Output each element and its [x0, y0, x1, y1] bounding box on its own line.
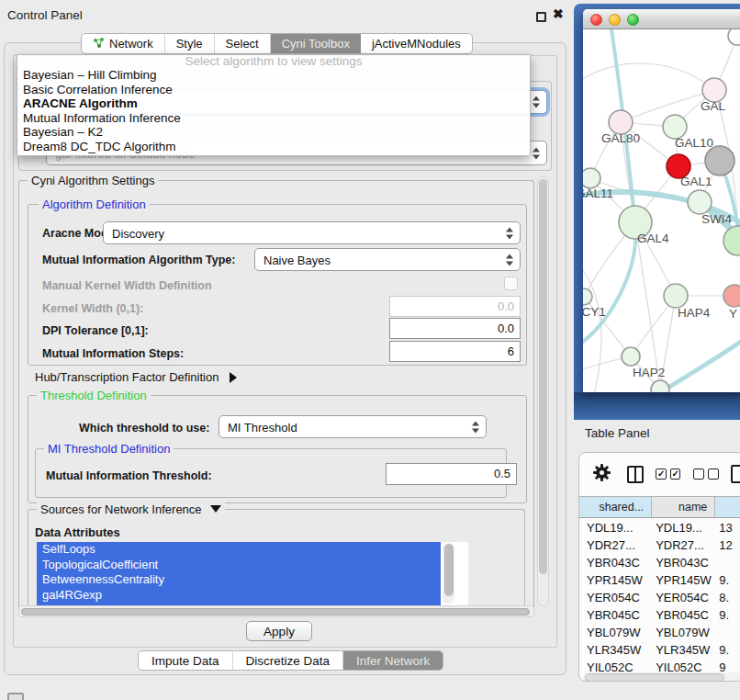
table-cell: YPR145W — [579, 571, 652, 589]
settings-vertical-scrollbar[interactable] — [537, 176, 549, 606]
table-cell — [715, 624, 740, 641]
mi-steps-field[interactable]: 6 — [389, 341, 521, 362]
settings-horizontal-scrollbar[interactable] — [18, 605, 534, 617]
unchecked-checkbox-icon[interactable] — [708, 469, 719, 480]
table-panel: ✓ ✓ shared...name YDL19...YDL19...13YDR2… — [578, 452, 740, 682]
mi-threshold-field[interactable]: 0.5 — [386, 463, 517, 485]
minimize-traffic-light-icon[interactable] — [609, 14, 621, 26]
which-threshold-combobox[interactable]: MI Threshold — [219, 415, 487, 438]
split-columns-icon[interactable] — [627, 466, 644, 483]
table-cell: 9. — [715, 606, 740, 624]
network-node-hap2[interactable] — [622, 347, 640, 366]
attribute-list-item[interactable]: SelfLoops — [37, 542, 441, 558]
network-node[interactable] — [651, 380, 669, 392]
network-edge[interactable] — [635, 222, 660, 390]
app-root: Control Panel ✖ Inference Algorithm gal-… — [0, 0, 740, 700]
aracne-mode-combobox[interactable]: Discovery — [103, 221, 521, 244]
bottom-tab-bar: Impute DataDiscretize DataInfer Network — [138, 650, 443, 671]
close-icon[interactable]: ✖ — [553, 6, 564, 21]
network-node-gal11[interactable] — [583, 168, 600, 188]
network-edge[interactable] — [583, 63, 714, 90]
tab-label: Select — [226, 37, 259, 51]
dropdown-placeholder: Select algorithm to view settings — [17, 55, 530, 68]
aracne-mode-value: Discovery — [112, 226, 164, 240]
table-cell: YIL052C — [652, 659, 715, 672]
close-traffic-light-icon[interactable] — [590, 14, 602, 26]
column-header-shared...[interactable]: shared... — [579, 497, 652, 517]
network-node-gcy1[interactable] — [583, 288, 592, 305]
tab-jactivemnodules[interactable]: jActiveMNodules — [361, 34, 472, 53]
data-attributes-list: SelfLoopsTopologicalCoefficientBetweenne… — [37, 542, 468, 605]
attribute-list-item[interactable]: BetweennessCentrality — [37, 572, 441, 588]
algorithm-dropdown-popup: Select algorithm to view settings Bayesi… — [17, 54, 531, 156]
table-toolbar: ✓ ✓ — [579, 453, 740, 495]
sources-legend[interactable]: Sources for Network Inference — [37, 502, 225, 516]
network-node[interactable] — [723, 226, 740, 255]
table-cell: YBR045C — [652, 606, 715, 624]
network-node-label: SWI4 — [701, 212, 732, 226]
tab-select[interactable]: Select — [215, 34, 271, 53]
algorithm-option[interactable]: Dream8 DC_TDC Algorithm — [17, 140, 530, 154]
network-node-label: GAL80 — [601, 131, 640, 145]
table-row[interactable]: YDR27...YDR27...12 — [579, 536, 740, 554]
algorithm-option[interactable]: Mutual Information Inference — [17, 111, 530, 126]
mi-type-label: Mutual Information Algorithm Type: — [42, 254, 235, 266]
kernel-width-label: Kernel Width (0,1): — [42, 302, 143, 315]
kernel-width-field[interactable]: 0.0 — [389, 296, 521, 317]
network-node[interactable] — [728, 29, 740, 45]
tab-label: Network — [109, 37, 153, 51]
mi-type-combobox[interactable]: Naive Bayes — [254, 248, 521, 271]
network-node-hap4[interactable] — [664, 284, 688, 308]
network-node-label: GAL — [701, 99, 726, 113]
dpi-tolerance-field[interactable]: 0.0 — [389, 318, 521, 339]
table-row[interactable]: YER054CYER054C8. — [579, 589, 740, 606]
minimized-panel-icon[interactable] — [7, 693, 24, 700]
unchecked-checkbox-icon[interactable] — [693, 469, 704, 480]
network-icon — [93, 37, 105, 51]
table-horizontal-scrollbar[interactable] — [583, 672, 740, 682]
table-row[interactable]: YBR045CYBR045C9. — [579, 606, 740, 624]
tab-infer-network[interactable]: Infer Network — [343, 651, 443, 670]
gear-icon[interactable] — [592, 463, 611, 486]
which-threshold-label: Which threshold to use: — [79, 422, 209, 435]
table-row[interactable]: YLR345WYLR345W9. — [579, 641, 740, 659]
mi-threshold-legend: MI Threshold Definition — [44, 442, 174, 456]
hub-definition-toggle[interactable]: Hub/Transcription Factor Definition — [35, 370, 237, 384]
network-node-label: HAP4 — [678, 306, 711, 320]
table-header-row: shared...name — [579, 496, 740, 518]
network-node[interactable] — [705, 146, 734, 175]
table-row[interactable]: YPR145WYPR145W9. — [579, 571, 740, 589]
attribute-list-item[interactable]: TopologicalCoefficient — [37, 558, 441, 573]
table-row[interactable]: YBL079WYBL079W — [579, 624, 740, 641]
manual-kernel-label: Manual Kernel Width Definition — [42, 279, 212, 292]
network-canvas[interactable]: GALGAL80GAL10GAL1GAL11SWI4GAL4GCY1HAP4YH… — [583, 29, 740, 392]
network-window-titlebar[interactable] — [583, 9, 740, 29]
manual-kernel-checkbox[interactable] — [504, 277, 518, 290]
apply-button[interactable]: Apply — [246, 621, 312, 641]
float-window-icon[interactable] — [536, 12, 546, 22]
column-header-name[interactable]: name — [652, 497, 715, 517]
list-scrollbar[interactable] — [443, 543, 454, 604]
table-row[interactable]: YIL052CYIL052C9 — [579, 659, 740, 672]
tab-style[interactable]: Style — [165, 34, 215, 53]
checked-checkbox-icon[interactable]: ✓ — [656, 469, 667, 480]
checked-checkbox-icon[interactable]: ✓ — [670, 469, 681, 480]
table-row[interactable]: YDL19...YDL19...13 — [579, 519, 740, 536]
tab-cyni-toolbox[interactable]: Cyni Toolbox — [271, 34, 361, 53]
network-node-y[interactable] — [723, 285, 740, 307]
tab-discretize-data[interactable]: Discretize Data — [233, 651, 344, 670]
attribute-list-item[interactable]: gal4RGexp — [37, 588, 441, 604]
algorithm-option[interactable]: ARACNE Algorithm — [17, 96, 530, 111]
algorithm-option[interactable]: Bayesian – Hill Climbing — [17, 68, 530, 83]
algorithm-option[interactable]: Basic Correlation Inference — [17, 83, 530, 97]
algorithm-option[interactable]: Bayesian – K2 — [17, 125, 530, 140]
table-row[interactable]: YBR043CYBR043C — [579, 554, 740, 571]
column-header-hidden[interactable] — [715, 497, 740, 517]
zoom-traffic-light-icon[interactable] — [627, 14, 639, 26]
tab-impute-data[interactable]: Impute Data — [139, 651, 233, 670]
document-icon[interactable] — [731, 465, 740, 483]
tab-network[interactable]: Network — [82, 34, 165, 53]
table-cell: YBR043C — [579, 554, 652, 571]
chevron-right-icon — [230, 372, 237, 383]
network-node-swi4[interactable] — [688, 190, 712, 214]
